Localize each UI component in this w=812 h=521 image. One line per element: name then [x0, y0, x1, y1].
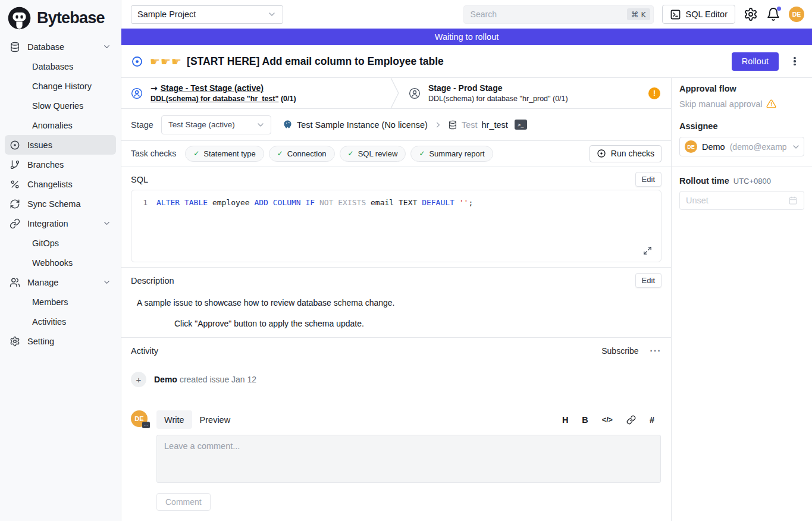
- stage-task-detail: DDL(schema) for database "hr_test": [151, 95, 278, 103]
- settings-gear-button[interactable]: [744, 7, 758, 21]
- comment-submit-button[interactable]: Comment: [156, 493, 211, 511]
- comment-textarea[interactable]: [156, 435, 661, 483]
- chevron-down-icon: [102, 278, 111, 287]
- sidebar-item-gitops[interactable]: GitOps: [5, 233, 116, 253]
- line-number: 1: [131, 197, 156, 209]
- comment-avatar: DE ···: [131, 410, 148, 427]
- database-breadcrumb: Test Sample Instance (No license) Test h…: [283, 120, 527, 130]
- sidebar-item-members[interactable]: Members: [5, 292, 116, 312]
- approval-flow-value: Skip manual approval: [679, 99, 804, 109]
- database-name[interactable]: hr_test: [482, 120, 508, 130]
- task-check-pill-summary-report[interactable]: ✓Summary report: [410, 146, 493, 162]
- issue-title-text: [START HERE] Add email column to Employe…: [187, 55, 444, 68]
- circle-dot-icon: [597, 149, 606, 158]
- sidebar-item-integration[interactable]: Integration: [5, 214, 116, 233]
- task-check-pills: ✓Statement type✓Connection✓SQL review✓Su…: [185, 146, 493, 162]
- sidebar-item-label: Slow Queries: [32, 101, 83, 111]
- sidebar-item-database[interactable]: Database: [5, 37, 116, 57]
- brand-logo[interactable]: Bytebase: [0, 0, 121, 36]
- sync-icon: [10, 199, 20, 209]
- code-format-button[interactable]: </>: [602, 416, 613, 424]
- activity-actor: Demo: [154, 375, 177, 384]
- stage-card-text: Stage - Prod Stage DDL(schema) for datab…: [428, 83, 568, 103]
- pointing-hands-emoji: ☛☛☛: [150, 55, 182, 68]
- check-icon: ✓: [277, 149, 283, 158]
- task-check-pill-sql-review[interactable]: ✓SQL review: [340, 146, 406, 162]
- sidebar-item-label: Setting: [27, 337, 54, 346]
- stage-card-prod[interactable]: Stage - Prod Stage DDL(schema) for datab…: [399, 78, 671, 108]
- stage-name: Stage - Prod Stage: [428, 83, 568, 93]
- approval-flow-title: Approval flow: [679, 84, 804, 93]
- sql-editor-button-label: SQL Editor: [686, 10, 728, 19]
- activity-menu-icon[interactable]: ···: [650, 346, 662, 356]
- subscribe-button[interactable]: Subscribe: [601, 346, 638, 356]
- hash-format-button[interactable]: #: [650, 415, 654, 425]
- sidebar-item-slow-queries[interactable]: Slow Queries: [5, 96, 116, 115]
- search-shortcut-badge: ⌘ K: [627, 8, 650, 20]
- task-check-pill-connection[interactable]: ✓Connection: [269, 146, 335, 162]
- sql-code-editor[interactable]: 1 ALTER TABLE employee ADD COLUMN IF NOT…: [131, 190, 661, 262]
- task-check-label: Summary report: [429, 149, 484, 158]
- notifications-bell-button[interactable]: [766, 7, 780, 21]
- check-icon: ✓: [419, 149, 425, 158]
- description-edit-button[interactable]: Edit: [635, 273, 661, 288]
- chat-bubble-badge-icon: ···: [142, 422, 150, 428]
- project-select[interactable]: Sample Project: [131, 5, 283, 24]
- search-input[interactable]: Search ⌘ K: [463, 5, 654, 24]
- sidebar-item-setting[interactable]: Setting: [5, 331, 116, 351]
- rollout-time-title: Rollout time: [679, 176, 729, 186]
- stage-task-detail: DDL(schema) for database "hr_prod" (0/1): [428, 95, 568, 103]
- notification-dot: [777, 7, 781, 11]
- stage-name: Stage - Test Stage (active): [161, 83, 264, 93]
- sql-section-title: SQL: [131, 175, 148, 184]
- bold-format-button[interactable]: B: [582, 415, 588, 425]
- open-sql-editor-badge[interactable]: >_: [515, 120, 527, 130]
- sidebar-item-databases[interactable]: Databases: [5, 57, 116, 76]
- brand-name: Bytebase: [37, 9, 105, 27]
- task-checks-row: Task checks ✓Statement type✓Connection✓S…: [121, 141, 671, 167]
- topbar-right: Search ⌘ K SQL Editor DE: [463, 5, 804, 24]
- changelist-icon: [10, 179, 20, 190]
- check-icon: ✓: [348, 149, 354, 158]
- warning-status-icon: !: [648, 87, 660, 99]
- sidebar-item-activities[interactable]: Activities: [5, 312, 116, 331]
- user-avatar[interactable]: DE: [789, 7, 804, 22]
- run-checks-button[interactable]: Run checks: [590, 145, 661, 162]
- rollout-time-picker[interactable]: Unset: [679, 191, 804, 210]
- sql-editor-button[interactable]: SQL Editor: [662, 5, 735, 24]
- stage-card-test[interactable]: →Stage - Test Stage (active) DDL(schema)…: [121, 78, 390, 108]
- tab-write[interactable]: Write: [156, 410, 192, 429]
- issue-title: ☛☛☛ [START HERE] Add email column to Emp…: [150, 55, 444, 68]
- link-format-button[interactable]: [626, 415, 636, 425]
- sidebar-item-manage[interactable]: Manage: [5, 272, 116, 292]
- assignee-title: Assignee: [679, 121, 804, 131]
- task-check-pill-statement-type[interactable]: ✓Statement type: [185, 146, 264, 162]
- rollout-timezone: UTC+0800: [733, 177, 771, 186]
- rollout-button[interactable]: Rollout: [732, 52, 779, 71]
- instance-name[interactable]: Test Sample Instance (No license): [297, 120, 428, 130]
- stage-card-text: →Stage - Test Stage (active) DDL(schema)…: [151, 83, 296, 103]
- skip-approval-text: Skip manual approval: [679, 99, 762, 109]
- stage-select[interactable]: Test Stage (active): [161, 115, 271, 134]
- sidebar-item-changelists[interactable]: Changelists: [5, 174, 116, 194]
- rollout-time-row: Rollout time UTC+0800: [679, 176, 804, 186]
- check-icon: ✓: [193, 149, 199, 158]
- sidebar-item-webhooks[interactable]: Webhooks: [5, 253, 116, 272]
- heading-format-button[interactable]: H: [562, 415, 568, 425]
- person-circle-icon: [131, 87, 143, 99]
- tab-preview[interactable]: Preview: [192, 410, 239, 429]
- assignee-select[interactable]: DE Demo (demo@example: [679, 137, 804, 156]
- sidebar-item-label: Activities: [32, 317, 66, 327]
- chevron-down-icon: [256, 120, 265, 130]
- assignee-name: Demo: [702, 142, 725, 152]
- stage-separator: [390, 78, 399, 108]
- sidebar-item-anomalies[interactable]: Anomalies: [5, 115, 116, 135]
- sidebar-item-issues[interactable]: Issues: [5, 135, 116, 155]
- sql-edit-button[interactable]: Edit: [635, 172, 661, 187]
- sidebar-item-branches[interactable]: Branches: [5, 155, 116, 174]
- expand-editor-icon[interactable]: [643, 246, 652, 255]
- kebab-menu-icon[interactable]: [789, 55, 800, 68]
- project-select-value: Sample Project: [137, 10, 196, 19]
- sidebar-item-sync-schema[interactable]: Sync Schema: [5, 194, 116, 214]
- sidebar-item-change-history[interactable]: Change History: [5, 76, 116, 96]
